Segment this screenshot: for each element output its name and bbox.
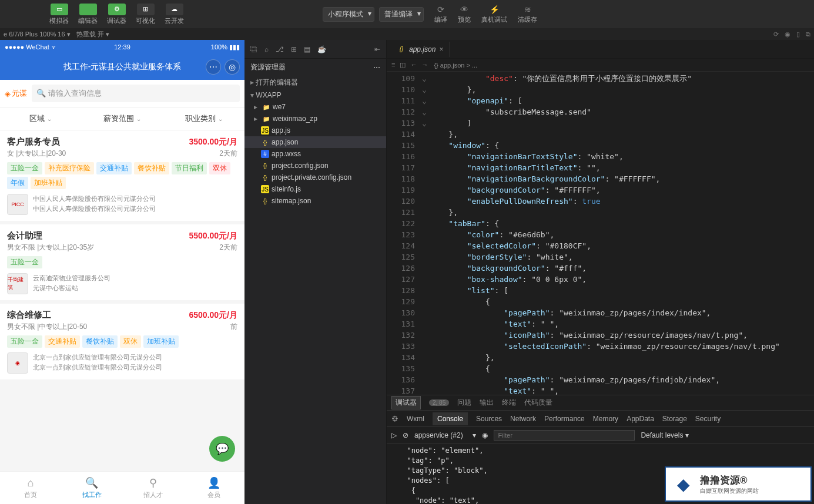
debugger-tab[interactable]: 调试器 [391,396,421,409]
terminal-tab[interactable]: 终端 [502,398,516,408]
file-we7[interactable]: 📁we7 [244,101,386,113]
file-project.config.json[interactable]: {}project.config.json [244,160,386,172]
devtools-Memory[interactable]: Memory [593,415,618,423]
file-weixinmao_zp[interactable]: 📁weixinmao_zp [244,113,386,125]
filter-区域[interactable]: 区域 [0,107,82,130]
tab-会员[interactable]: 👤会员 [183,472,244,504]
file-app.json[interactable]: {}app.json [244,136,386,148]
filter-薪资范围[interactable]: 薪资范围 [82,107,163,130]
play-icon[interactable]: ▷ [391,431,397,439]
job-card[interactable]: 客户服务专员3500.00元/月 女 |大专以上|20-302天前 五险一金补充… [0,130,244,221]
debugger-count: 2, 85 [429,399,449,406]
output-tab[interactable]: 输出 [480,398,494,408]
sim-status-bar: ●●●●● WeChat ᯤ 12:39 100% ▮▮▮ [0,40,244,54]
devtools-Network[interactable]: Network [510,415,536,423]
top-toolbar: ▭模拟器编辑器⚙调试器⊞可视化☁云开发 小程序模式 普通编译 ⟳编译👁预览⚡真机… [0,0,814,28]
beaker-icon[interactable]: ☕ [317,45,326,53]
forward-icon[interactable]: → [421,61,428,69]
devtools-Storage[interactable]: Storage [662,415,687,423]
device-selector[interactable]: e 6/7/8 Plus 100% 16 ▾ [4,31,71,38]
open-editors-section[interactable]: 打开的编辑器 [244,76,386,89]
search-icon[interactable]: ⌕ [264,45,269,53]
simulator-panel: ●●●●● WeChat ᯤ 12:39 100% ▮▮▮ 找工作-元谋县公共就… [0,40,244,504]
levels-selector[interactable]: Default levels ▾ [641,431,688,439]
filter-bar: 区域薪资范围职业类别 [0,107,244,130]
toolbar-可视化[interactable]: ⊞可视化 [132,2,159,26]
close-tab-icon[interactable]: × [439,45,443,53]
explorer-icon[interactable]: ⿻ [250,45,257,53]
capsule-close-icon[interactable]: ◎ [225,59,240,75]
job-card[interactable]: 会计助理5500.00元/月 男女不限 |大专以上|20-35岁2天前 五险一金… [0,224,244,300]
extensions-icon[interactable]: ⊞ [291,45,297,53]
file-sitemap.json[interactable]: {}sitemap.json [244,195,386,207]
file-project.private.config.json[interactable]: {}project.private.config.json [244,172,386,183]
tab-找工作[interactable]: 🔍找工作 [61,472,122,504]
back-icon[interactable]: ← [410,61,417,69]
hot-reload-toggle[interactable]: 热重载 开 ▾ [76,30,109,39]
explorer-panel: ⿻ ⌕ ⎇ ⊞ ▤ ☕ ⇤ 资源管理器 ⋯ 打开的编辑器 WXAPP 📁we7📁… [244,40,387,504]
capsule-menu-icon[interactable]: ⋯ [206,59,221,75]
devtools-AppData[interactable]: AppData [627,415,654,423]
filter-input[interactable] [494,430,635,441]
clear-icon[interactable]: ⊘ [403,431,408,439]
mode-dropdown[interactable]: 小程序模式 [323,7,374,22]
watermark: ◆ 撸撸资源® 白嫖互联网资源的网站 [665,466,812,502]
bookmark-icon[interactable]: ◫ [400,61,406,69]
toolbar-模拟器[interactable]: ▭模拟器 [46,2,72,26]
phone-icon[interactable]: ▯ [796,31,800,38]
code-editor[interactable]: 109 110 111 112 113 114 115 116 117 118 … [387,72,814,395]
tab-bar: ⌂首页🔍找工作⚲招人才👤会员 [0,471,244,504]
devtools-Security[interactable]: Security [695,415,721,423]
toolbar-调试器[interactable]: ⚙调试器 [103,2,130,26]
collapse-icon[interactable]: ⇤ [374,45,380,53]
search-input[interactable]: 🔍 请输入查询信息 [32,85,240,102]
tab-招人才[interactable]: ⚲招人才 [122,472,183,504]
devtools-Wxml[interactable]: Wxml [407,415,424,423]
watermark-logo-icon: ◆ [671,471,696,497]
explorer-title: 资源管理器 [250,62,286,72]
devtools-Console[interactable]: Console [433,412,468,425]
toolbar-云开发[interactable]: ☁云开发 [161,2,187,26]
context-selector[interactable]: appservice (#2) ▾ [414,431,476,439]
tab-首页[interactable]: ⌂首页 [0,472,61,504]
eye-icon[interactable]: ◉ [482,431,488,439]
refresh-icon[interactable]: ⟳ [773,31,779,38]
file-app.js[interactable]: JSapp.js [244,125,386,136]
location-picker[interactable]: ◈ 元谋 [5,88,27,99]
breadcrumb-path[interactable]: {} app.json > ... [434,62,477,69]
file-siteinfo.js[interactable]: JSsiteinfo.js [244,183,386,195]
devtools-Performance[interactable]: Performance [544,415,585,423]
page-title: 找工作-元谋县公共就业服务体系 [63,62,182,72]
project-section[interactable]: WXAPP [244,89,386,101]
filter-职业类别[interactable]: 职业类别 [163,107,244,130]
job-list[interactable]: 客户服务专员3500.00元/月 女 |大专以上|20-302天前 五险一金补充… [0,130,244,471]
record-icon[interactable]: ◉ [785,31,790,38]
editor-panel: {} app.json × ≡ ◫ ← → {} app.json > ... … [387,40,814,504]
inspect-icon[interactable]: ⯐ [391,415,398,423]
cloud-icon[interactable]: ▤ [304,45,310,53]
toolbar-编译[interactable]: ⟳编译 [431,4,451,25]
menu-icon[interactable]: ≡ [391,61,395,69]
file-app.wxss[interactable]: #app.wxss [244,148,386,160]
toolbar-清缓存[interactable]: ≋清缓存 [514,4,541,25]
chat-fab[interactable]: 💬 [209,436,235,462]
toolbar-预览[interactable]: 👁预览 [454,4,474,25]
toolbar-编辑器[interactable]: 编辑器 [75,2,101,26]
git-icon[interactable]: ⎇ [276,45,284,53]
toolbar-真机调试[interactable]: ⚡真机调试 [478,4,511,25]
devtools-Sources[interactable]: Sources [476,415,502,423]
sim-nav-bar: 找工作-元谋县公共就业服务体系 ⋯ ◎ [0,54,244,80]
second-bar: e 6/7/8 Plus 100% 16 ▾ 热重载 开 ▾ ⟳ ◉ ▯ ⧉ [0,28,814,40]
job-card[interactable]: 综合维修工6500.00元/月 男女不限 |中专以上|20-50前 五险一金交通… [0,304,244,379]
problems-tab[interactable]: 问题 [457,398,471,408]
detach-icon[interactable]: ⧉ [806,31,810,38]
compile-dropdown[interactable]: 普通编译 [379,7,424,22]
editor-tab[interactable]: {} app.json × [391,42,450,57]
quality-tab[interactable]: 代码质量 [524,398,552,408]
more-icon[interactable]: ⋯ [373,63,380,72]
search-row: ◈ 元谋 🔍 请输入查询信息 [0,80,244,107]
